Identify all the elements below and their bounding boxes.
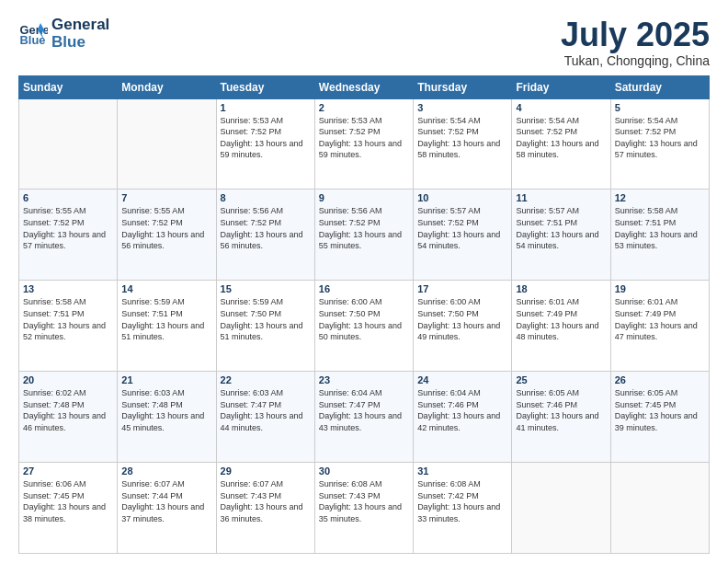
calendar-cell: 20Sunrise: 6:02 AMSunset: 7:48 PMDayligh… [19, 372, 118, 463]
calendar-cell: 23Sunrise: 6:04 AMSunset: 7:47 PMDayligh… [314, 372, 413, 463]
calendar-cell: 9Sunrise: 5:56 AMSunset: 7:52 PMDaylight… [314, 190, 413, 281]
calendar-cell: 13Sunrise: 5:58 AMSunset: 7:51 PMDayligh… [19, 281, 118, 372]
calendar-cell: 26Sunrise: 6:05 AMSunset: 7:45 PMDayligh… [610, 372, 709, 463]
calendar-cell [19, 98, 118, 190]
day-number: 10 [417, 192, 507, 203]
cell-info: Sunrise: 5:54 AMSunset: 7:52 PMDaylight:… [417, 115, 507, 161]
cell-info: Sunrise: 6:02 AMSunset: 7:48 PMDaylight:… [23, 387, 113, 433]
cell-info: Sunrise: 6:05 AMSunset: 7:46 PMDaylight:… [516, 387, 606, 433]
calendar-cell: 28Sunrise: 6:07 AMSunset: 7:44 PMDayligh… [118, 463, 216, 554]
calendar-cell: 10Sunrise: 5:57 AMSunset: 7:52 PMDayligh… [414, 190, 512, 281]
logo-icon: General Blue [18, 19, 48, 49]
day-number: 19 [615, 283, 705, 294]
day-number: 24 [417, 374, 507, 385]
calendar-cell: 7Sunrise: 5:55 AMSunset: 7:52 PMDaylight… [118, 190, 216, 281]
col-header-tuesday: Tuesday [216, 75, 314, 98]
day-number: 28 [121, 465, 211, 477]
calendar-cell [610, 463, 709, 554]
day-number: 20 [23, 374, 113, 385]
day-number: 27 [23, 465, 113, 477]
cell-info: Sunrise: 5:59 AMSunset: 7:50 PMDaylight:… [221, 296, 311, 342]
logo-blue: Blue [51, 34, 109, 52]
calendar-cell: 19Sunrise: 6:01 AMSunset: 7:49 PMDayligh… [610, 281, 709, 372]
day-number: 4 [516, 102, 606, 113]
cell-info: Sunrise: 6:04 AMSunset: 7:46 PMDaylight:… [417, 387, 507, 433]
day-number: 3 [417, 102, 507, 113]
logo-general: General [51, 17, 109, 34]
calendar-cell: 31Sunrise: 6:08 AMSunset: 7:42 PMDayligh… [414, 463, 512, 554]
day-number: 8 [221, 192, 311, 203]
day-number: 18 [516, 283, 606, 294]
cell-info: Sunrise: 6:00 AMSunset: 7:50 PMDaylight:… [319, 296, 409, 342]
calendar-cell: 24Sunrise: 6:04 AMSunset: 7:46 PMDayligh… [414, 372, 512, 463]
day-number: 21 [121, 374, 211, 385]
calendar-cell: 14Sunrise: 5:59 AMSunset: 7:51 PMDayligh… [118, 281, 216, 372]
day-number: 31 [417, 465, 507, 477]
calendar-cell: 18Sunrise: 6:01 AMSunset: 7:49 PMDayligh… [512, 281, 610, 372]
logo: General Blue General Blue [18, 17, 109, 51]
calendar-table: SundayMondayTuesdayWednesdayThursdayFrid… [18, 75, 710, 554]
day-number: 2 [319, 102, 409, 113]
calendar-cell: 2Sunrise: 5:53 AMSunset: 7:52 PMDaylight… [314, 98, 413, 190]
calendar-cell: 6Sunrise: 5:55 AMSunset: 7:52 PMDaylight… [19, 190, 118, 281]
page: General Blue General Blue July 2025 Tuka… [0, 0, 728, 563]
calendar-cell: 5Sunrise: 5:54 AMSunset: 7:52 PMDaylight… [610, 98, 709, 190]
cell-info: Sunrise: 6:00 AMSunset: 7:50 PMDaylight:… [417, 296, 507, 342]
cell-info: Sunrise: 5:54 AMSunset: 7:52 PMDaylight:… [615, 115, 705, 161]
day-number: 15 [221, 283, 311, 294]
col-header-monday: Monday [118, 75, 216, 98]
cell-info: Sunrise: 5:58 AMSunset: 7:51 PMDaylight:… [615, 205, 705, 251]
day-number: 22 [221, 374, 311, 385]
day-number: 9 [319, 192, 409, 203]
col-header-sunday: Sunday [19, 75, 118, 98]
calendar-cell: 25Sunrise: 6:05 AMSunset: 7:46 PMDayligh… [512, 372, 610, 463]
day-number: 1 [221, 102, 311, 113]
cell-info: Sunrise: 6:05 AMSunset: 7:45 PMDaylight:… [615, 387, 705, 433]
cell-info: Sunrise: 5:55 AMSunset: 7:52 PMDaylight:… [23, 205, 113, 251]
day-number: 12 [615, 192, 705, 203]
calendar-cell: 29Sunrise: 6:07 AMSunset: 7:43 PMDayligh… [216, 463, 314, 554]
col-header-saturday: Saturday [610, 75, 709, 98]
calendar-cell: 15Sunrise: 5:59 AMSunset: 7:50 PMDayligh… [216, 281, 314, 372]
cell-info: Sunrise: 6:03 AMSunset: 7:48 PMDaylight:… [121, 387, 211, 433]
cell-info: Sunrise: 5:58 AMSunset: 7:51 PMDaylight:… [23, 296, 113, 342]
cell-info: Sunrise: 6:07 AMSunset: 7:44 PMDaylight:… [121, 478, 211, 524]
cell-info: Sunrise: 6:01 AMSunset: 7:49 PMDaylight:… [516, 296, 606, 342]
cell-info: Sunrise: 5:57 AMSunset: 7:51 PMDaylight:… [516, 205, 606, 251]
calendar-cell: 1Sunrise: 5:53 AMSunset: 7:52 PMDaylight… [216, 98, 314, 190]
day-number: 17 [417, 283, 507, 294]
day-number: 6 [23, 192, 113, 203]
day-number: 7 [121, 192, 211, 203]
col-header-wednesday: Wednesday [314, 75, 413, 98]
cell-info: Sunrise: 5:59 AMSunset: 7:51 PMDaylight:… [121, 296, 211, 342]
col-header-thursday: Thursday [414, 75, 512, 98]
cell-info: Sunrise: 5:55 AMSunset: 7:52 PMDaylight:… [121, 205, 211, 251]
day-number: 23 [319, 374, 409, 385]
calendar-cell: 27Sunrise: 6:06 AMSunset: 7:45 PMDayligh… [19, 463, 118, 554]
day-number: 16 [319, 283, 409, 294]
cell-info: Sunrise: 5:53 AMSunset: 7:52 PMDaylight:… [319, 115, 409, 161]
title-block: July 2025 Tukan, Chongqing, China [561, 17, 710, 68]
day-number: 29 [221, 465, 311, 477]
cell-info: Sunrise: 6:07 AMSunset: 7:43 PMDaylight:… [221, 478, 311, 524]
calendar-cell: 12Sunrise: 5:58 AMSunset: 7:51 PMDayligh… [610, 190, 709, 281]
calendar-cell: 17Sunrise: 6:00 AMSunset: 7:50 PMDayligh… [414, 281, 512, 372]
cell-info: Sunrise: 6:08 AMSunset: 7:43 PMDaylight:… [319, 478, 409, 524]
header: General Blue General Blue July 2025 Tuka… [18, 17, 710, 68]
col-header-friday: Friday [512, 75, 610, 98]
cell-info: Sunrise: 6:08 AMSunset: 7:42 PMDaylight:… [417, 478, 507, 524]
day-number: 30 [319, 465, 409, 477]
cell-info: Sunrise: 6:03 AMSunset: 7:47 PMDaylight:… [221, 387, 311, 433]
calendar-cell: 11Sunrise: 5:57 AMSunset: 7:51 PMDayligh… [512, 190, 610, 281]
day-number: 25 [516, 374, 606, 385]
calendar-cell [512, 463, 610, 554]
calendar-cell: 8Sunrise: 5:56 AMSunset: 7:52 PMDaylight… [216, 190, 314, 281]
cell-info: Sunrise: 5:56 AMSunset: 7:52 PMDaylight:… [221, 205, 311, 251]
day-number: 5 [615, 102, 705, 113]
cell-info: Sunrise: 6:01 AMSunset: 7:49 PMDaylight:… [615, 296, 705, 342]
cell-info: Sunrise: 5:53 AMSunset: 7:52 PMDaylight:… [221, 115, 311, 161]
cell-info: Sunrise: 5:56 AMSunset: 7:52 PMDaylight:… [319, 205, 409, 251]
day-number: 14 [121, 283, 211, 294]
cell-info: Sunrise: 5:57 AMSunset: 7:52 PMDaylight:… [417, 205, 507, 251]
calendar-cell: 16Sunrise: 6:00 AMSunset: 7:50 PMDayligh… [314, 281, 413, 372]
